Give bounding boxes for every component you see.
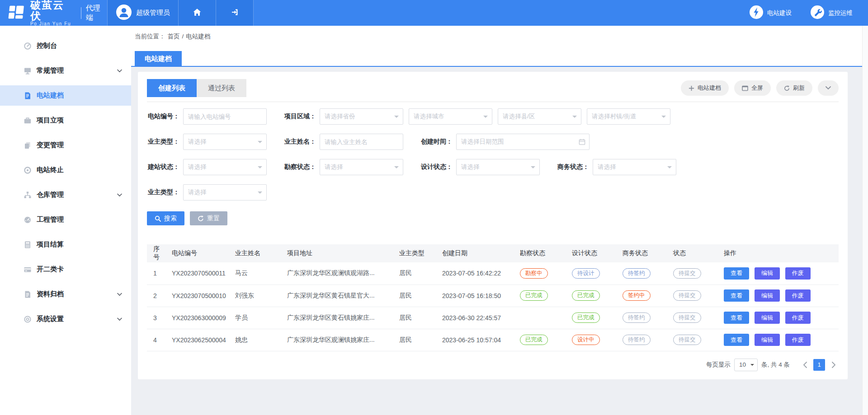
sidebar-item-console[interactable]: 控制台 [0,36,131,56]
sidebar-item-station-termination[interactable]: 电站终止 [0,160,131,180]
caret-icon [394,166,399,171]
scrollbar-track[interactable] [862,26,868,415]
county-select[interactable]: 请选择县/区 [498,108,581,125]
status-badge: 待提交 [673,268,701,279]
per-page-select[interactable]: 10 [734,359,758,371]
sidebar-item-label: 常规管理 [37,66,64,75]
refresh-icon [784,85,790,91]
meter-icon [24,216,32,224]
col-header: 操作 [719,244,839,262]
void-button[interactable]: 作废 [785,312,811,324]
breadcrumb-separator: / [182,33,184,41]
quick-link-monitor-ops[interactable]: 监控运维 [811,5,853,20]
refresh-button[interactable]: 刷新 [776,80,812,96]
user-menu[interactable]: 超级管理员 [108,0,178,26]
target-icon [24,166,32,174]
sidebar-item-label: 项目立项 [37,116,64,125]
province-select[interactable]: 请选择省份 [320,108,403,125]
sidebar-item-data-archive[interactable]: 资料归档 [0,284,131,304]
view-button[interactable]: 查看 [724,334,749,346]
pagination: 每页显示 10 条, 共 4 条 1 [147,359,839,371]
home-button[interactable] [178,0,216,26]
filter-form: 电站编号： 项目区域： 请选择省份 请选择城市 请选择县/区 请选择村镇/街道 … [147,108,839,225]
sidebar-item-engineering-mgmt[interactable]: 工程管理 [0,210,131,230]
view-button[interactable]: 查看 [724,267,749,280]
create-station-button[interactable]: 电站建档 [681,80,729,96]
archive-icon [24,290,32,298]
sidebar-item-system-settings[interactable]: 系统设置 [0,309,131,329]
next-page-button[interactable] [829,359,839,371]
chevron-down-icon [117,193,122,196]
status-badge: 待提交 [673,312,701,323]
build-status-select[interactable]: 请选择 [183,159,267,175]
chevron-down-icon [117,69,122,72]
sidebar: 控制台 常规管理 电站建档 项目立项 变更管理 电站终止 仓库管理 工程管理 项… [0,26,131,415]
search-button[interactable]: 搜索 [147,211,184,225]
breadcrumb-zone: 当前位置： 首页 / 电站建档 电站建档 [131,26,868,67]
logout-button[interactable] [216,0,253,26]
city-select[interactable]: 请选择城市 [409,108,492,125]
page-number-button[interactable]: 1 [813,359,825,371]
header-segments: 超级管理员 [107,0,254,26]
sidebar-item-type2-card[interactable]: 开二类卡 [0,259,131,280]
date-range-picker[interactable]: 请选择日期范围 [456,134,590,150]
header-quick-links: 电站建设 监控运维 [750,0,868,26]
avatar [116,4,132,22]
owner-name-input[interactable] [320,134,403,150]
view-button[interactable]: 查看 [724,289,749,302]
breadcrumb-home[interactable]: 首页 [168,33,180,41]
prev-page-button[interactable] [800,359,810,371]
edit-button[interactable]: 编辑 [755,312,780,324]
design-status-label: 设计状态： [420,163,453,171]
caret-icon [750,364,754,368]
table-row: 4 YX2023062500004 姚忠 广东深圳龙华区观澜镇姚家庄... 居民… [147,329,839,351]
col-header: 创建日期 [438,244,515,262]
table-row: 1 YX2023070500011 马云 广东深圳龙华区观澜镇观湖路... 居民… [147,262,839,284]
owner-type-select[interactable]: 请选择 [183,134,267,150]
tab-passed-list[interactable]: 通过列表 [197,79,246,97]
view-button[interactable]: 查看 [724,312,749,324]
void-button[interactable]: 作废 [785,267,811,280]
page-tab[interactable]: 电站建档 [135,51,182,66]
lightning-icon [750,5,763,20]
toolbar-collapse-button[interactable] [818,80,839,96]
station-no-input[interactable] [183,108,267,125]
edit-button[interactable]: 编辑 [755,289,780,302]
col-header: 业主类型 [395,244,438,262]
breadcrumb: 当前位置： 首页 / 电站建档 [135,33,868,41]
sidebar-item-project-settlement[interactable]: 项目结算 [0,234,131,255]
reset-button[interactable]: 重置 [190,211,227,225]
business-status-label: 商务状态： [557,163,589,171]
status-badge: 已完成 [572,312,600,323]
owner-type2-label: 业主类型： [147,188,179,196]
sidebar-item-general-mgmt[interactable]: 常规管理 [0,61,131,81]
fullscreen-button[interactable]: 全屏 [734,80,771,96]
col-header: 商务状态 [618,244,669,262]
caret-icon [531,166,535,171]
calendar-icon [579,139,585,145]
col-header: 序号 [147,244,167,262]
tab-create-list[interactable]: 创建列表 [147,79,197,97]
void-button[interactable]: 作废 [785,334,811,346]
void-button[interactable]: 作废 [785,289,811,302]
quick-link-label: 电站建设 [767,9,792,17]
content-card: 创建列表 通过列表 电站建档 全屏 刷新 [138,72,848,379]
edit-button[interactable]: 编辑 [755,267,780,280]
sidebar-item-label: 项目结算 [37,240,64,249]
sidebar-item-warehouse-mgmt[interactable]: 仓库管理 [0,185,131,205]
survey-status-select[interactable]: 请选择 [320,159,403,175]
business-status-select[interactable]: 请选择 [593,159,676,175]
caret-icon [661,116,666,120]
owner-type2-select[interactable]: 请选择 [183,184,267,201]
quick-link-station-build[interactable]: 电站建设 [750,5,792,20]
status-badge: 待签约 [623,335,651,345]
logo-mark-icon [6,5,26,22]
edit-button[interactable]: 编辑 [755,334,780,346]
design-status-select[interactable]: 请选择 [456,159,540,175]
gauge-icon [24,42,32,50]
sidebar-item-station-archive[interactable]: 电站建档 [0,85,131,106]
town-select[interactable]: 请选择村镇/街道 [587,108,670,125]
sidebar-item-project-initiation[interactable]: 项目立项 [0,110,131,131]
sidebar-item-change-mgmt[interactable]: 变更管理 [0,135,131,155]
portal-badge: 代理端 [81,7,107,19]
